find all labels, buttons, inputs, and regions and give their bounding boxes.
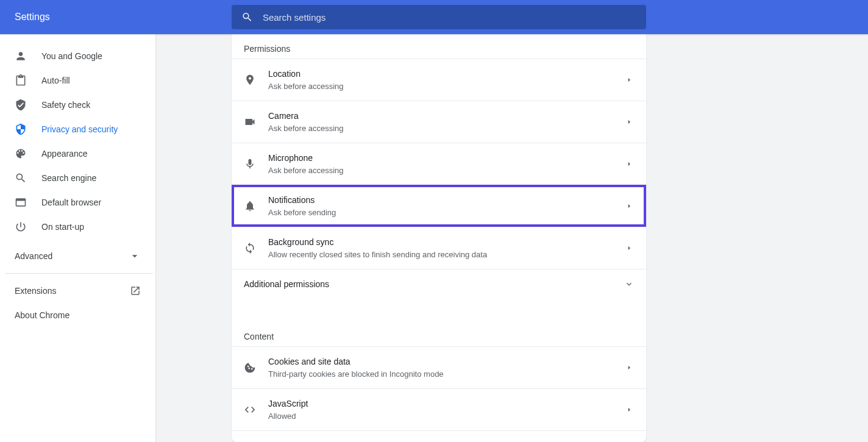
chevron-right-icon [624, 117, 634, 127]
row-background-sync[interactable]: Background sync Allow recently closed si… [232, 227, 646, 269]
search-icon [241, 11, 253, 23]
search-box[interactable] [232, 5, 646, 29]
content-card: Permissions Location Ask before accessin… [232, 34, 646, 442]
row-title: Microphone [268, 152, 624, 164]
row-microphone[interactable]: Microphone Ask before accessing [232, 143, 646, 185]
row-sub: Ask before accessing [268, 165, 624, 176]
search-input[interactable] [263, 12, 636, 23]
location-icon [244, 74, 256, 86]
power-icon [15, 221, 27, 233]
chevron-right-icon [624, 201, 634, 211]
camera-icon [244, 116, 256, 128]
row-sub: Ask before sending [268, 207, 624, 218]
row-additional-permissions[interactable]: Additional permissions [232, 269, 646, 299]
sidebar-item-label: Safety check [41, 100, 90, 110]
row-javascript[interactable]: JavaScript Allowed [232, 388, 646, 430]
sidebar-item-auto-fill[interactable]: Auto-fill [0, 68, 155, 93]
microphone-icon [244, 158, 256, 170]
shield-icon [15, 123, 27, 135]
row-camera[interactable]: Camera Ask before accessing [232, 101, 646, 143]
row-title: Camera [268, 110, 624, 122]
person-icon [15, 50, 27, 62]
sidebar-item-label: You and Google [41, 51, 102, 61]
row-location[interactable]: Location Ask before accessing [232, 59, 646, 101]
bell-icon [244, 200, 256, 212]
row-sub: Allow recently closed sites to finish se… [268, 249, 624, 260]
row-title: Notifications [268, 194, 624, 206]
page-title: Settings [15, 12, 50, 23]
sidebar-item-on-start-up[interactable]: On start-up [0, 215, 155, 239]
sidebar-item-safety-check[interactable]: Safety check [0, 93, 155, 117]
chevron-down-icon [129, 250, 141, 262]
sidebar-item-label: Search engine [41, 173, 96, 183]
permissions-header: Permissions [232, 34, 646, 59]
code-icon [244, 404, 256, 416]
main-content: Permissions Location Ask before accessin… [156, 34, 868, 442]
sidebar-extensions[interactable]: Extensions [0, 279, 155, 303]
divider [5, 273, 153, 274]
row-sub: Ask before accessing [268, 81, 624, 92]
clipboard-icon [15, 74, 27, 87]
sidebar-item-privacy-security[interactable]: Privacy and security [0, 117, 155, 141]
cookie-icon [244, 362, 256, 374]
search-icon [15, 172, 27, 184]
sidebar-item-you-and-google[interactable]: You and Google [0, 44, 155, 68]
palette-icon [15, 148, 27, 160]
row-sub: Third-party cookies are blocked in Incog… [268, 369, 624, 380]
sidebar-item-label: Default browser [41, 198, 101, 207]
chevron-right-icon [624, 159, 634, 169]
shield-check-icon [15, 99, 27, 111]
chevron-right-icon [624, 363, 634, 372]
row-sub: Ask before accessing [268, 123, 624, 134]
chevron-right-icon [624, 405, 634, 415]
row-sub: Allowed [268, 411, 624, 422]
browser-icon [15, 196, 27, 209]
sidebar-item-label: On start-up [41, 222, 84, 232]
row-title: Cookies and site data [268, 355, 624, 368]
row-notifications[interactable]: Notifications Ask before sending [232, 185, 646, 227]
row-title: Background sync [268, 236, 624, 248]
chevron-right-icon [624, 75, 634, 85]
header: Settings [0, 0, 868, 34]
row-cookies[interactable]: Cookies and site data Third-party cookie… [232, 346, 646, 388]
content-header: Content [232, 322, 646, 346]
sidebar-item-appearance[interactable]: Appearance [0, 141, 155, 166]
row-title: Flash [268, 440, 624, 442]
sidebar-item-label: Auto-fill [41, 76, 70, 85]
row-flash[interactable]: Flash Block sites from running Flash [232, 430, 646, 442]
sync-icon [244, 242, 256, 254]
sidebar-item-label: Privacy and security [41, 124, 118, 134]
sidebar-advanced[interactable]: Advanced [0, 244, 155, 268]
sidebar-about-label: About Chrome [15, 310, 69, 320]
sidebar-advanced-label: Advanced [15, 251, 52, 261]
chevron-down-icon [624, 279, 634, 289]
chevron-right-icon [624, 243, 634, 253]
row-title: Additional permissions [244, 278, 624, 290]
open-in-new-icon [130, 285, 141, 296]
sidebar-item-label: Appearance [41, 149, 88, 159]
sidebar-item-default-browser[interactable]: Default browser [0, 190, 155, 215]
row-title: JavaScript [268, 397, 624, 410]
row-title: Location [268, 68, 624, 80]
sidebar-item-search-engine[interactable]: Search engine [0, 166, 155, 190]
sidebar-about[interactable]: About Chrome [0, 303, 155, 327]
sidebar: You and Google Auto-fill Safety check Pr… [0, 34, 156, 442]
sidebar-extensions-label: Extensions [15, 286, 56, 296]
